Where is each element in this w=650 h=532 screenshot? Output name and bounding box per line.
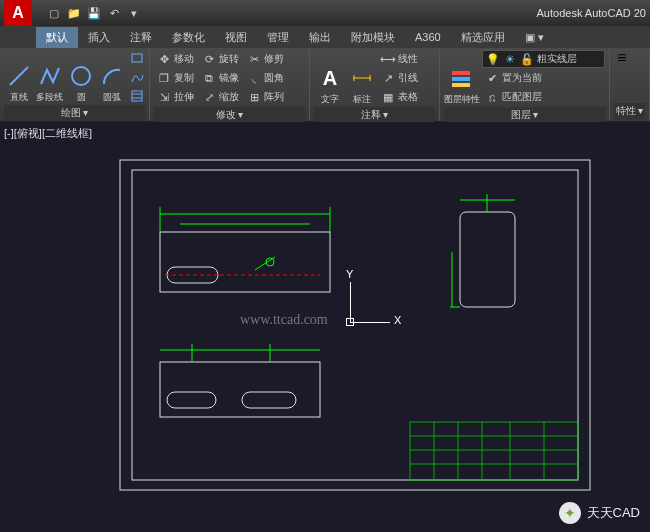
table-button[interactable]: ▦表格 [378,88,421,106]
wechat-label: 天天CAD [587,504,640,522]
panel-annot-title[interactable]: 注释 ▾ [314,107,435,123]
panel-draw: 直线 多段线 圆 圆弧 绘图 ▾ [0,48,150,121]
svg-point-1 [72,67,90,85]
svg-rect-9 [452,71,470,75]
sun-icon: ☀ [503,52,517,66]
polyline-button[interactable]: 多段线 [35,50,64,104]
polyline-icon [36,62,64,90]
lock-icon: 🔓 [520,52,534,66]
trim-icon: ✂ [247,52,261,66]
wechat-badge: ✦ 天天CAD [559,502,640,524]
mirror-icon: ⧉ [202,71,216,85]
scale-button[interactable]: ⤢缩放 [199,88,242,106]
tab-featured[interactable]: 精选应用 [451,27,515,48]
svg-rect-24 [460,212,515,307]
svg-rect-34 [410,422,578,480]
tab-view[interactable]: 视图 [215,27,257,48]
hatch-icon[interactable] [129,88,145,104]
stretch-icon: ⇲ [157,90,171,104]
panel-props: ≡ 特性 ▾ [610,48,650,121]
arc-icon [98,62,126,90]
tab-output[interactable]: 输出 [299,27,341,48]
tab-annotate[interactable]: 注释 [120,27,162,48]
panel-props-title[interactable]: 特性 ▾ [614,103,645,119]
window-title: Autodesk AutoCAD 20 [537,7,646,19]
dim-button[interactable]: 标注 [348,50,376,106]
fillet-button[interactable]: ◟圆角 [244,69,287,87]
qat-save-icon[interactable]: 💾 [86,5,102,21]
arc-button[interactable]: 圆弧 [98,50,127,104]
drawing-viewport[interactable]: [-][俯视][二维线框] [0,122,650,532]
app-logo[interactable]: A [4,0,32,26]
svg-rect-13 [132,170,578,480]
linear-button[interactable]: ⟷线性 [378,50,421,68]
fillet-icon: ◟ [247,71,261,85]
linear-icon: ⟷ [381,52,395,66]
panel-modify: ✥移动 ❐复制 ⇲拉伸 ⟳旋转 ⧉镜像 ⤢缩放 ✂修剪 ◟圆角 ⊞阵列 修改 ▾ [150,48,310,121]
svg-rect-10 [452,77,470,81]
qat-new-icon[interactable]: ▢ [46,5,62,21]
svg-rect-11 [452,83,470,87]
copy-button[interactable]: ❐复制 [154,69,197,87]
circle-icon [67,62,95,90]
tab-a360[interactable]: A360 [405,28,451,46]
ribbon-tabs: 默认 插入 注释 参数化 视图 管理 输出 附加模块 A360 精选应用 ▣ ▾ [0,26,650,48]
panel-modify-title[interactable]: 修改 ▾ [154,107,305,123]
mirror-button[interactable]: ⧉镜像 [199,69,242,87]
rect-icon[interactable] [129,50,145,66]
spline-icon[interactable] [129,69,145,85]
trim-button[interactable]: ✂修剪 [244,50,287,68]
match-layer-button[interactable]: ⎌匹配图层 [482,88,545,106]
layer-dropdown[interactable]: 💡 ☀ 🔓 粗实线层 [482,50,605,68]
array-icon: ⊞ [247,90,261,104]
svg-rect-29 [160,362,320,417]
rotate-button[interactable]: ⟳旋转 [199,50,242,68]
rotate-icon: ⟳ [202,52,216,66]
move-icon: ✥ [157,52,171,66]
panel-annot: A 文字 标注 ⟷线性 ↗引线 ▦表格 注释 ▾ [310,48,440,121]
panel-layer-title[interactable]: 图层 ▾ [444,107,605,123]
wechat-icon: ✦ [559,502,581,524]
dim-icon [348,64,376,92]
qat-undo-icon[interactable]: ↶ [106,5,122,21]
ucs-x-label: X [394,314,401,326]
ribbon: 直线 多段线 圆 圆弧 绘图 ▾ ✥移动 [0,48,650,122]
leader-button[interactable]: ↗引线 [378,69,421,87]
svg-rect-3 [132,91,142,101]
text-icon: A [316,64,344,92]
make-current-icon: ✔ [485,71,499,85]
qat-open-icon[interactable]: 📁 [66,5,82,21]
svg-rect-2 [132,54,142,62]
copy-icon: ❐ [157,71,171,85]
layer-props-icon [448,64,476,92]
tab-extra[interactable]: ▣ ▾ [515,28,554,47]
tab-addins[interactable]: 附加模块 [341,27,405,48]
circle-button[interactable]: 圆 [67,50,96,104]
tab-insert[interactable]: 插入 [78,27,120,48]
tab-manage[interactable]: 管理 [257,27,299,48]
table-icon: ▦ [381,90,395,104]
layer-props-button[interactable]: 图层特性 [444,50,480,106]
scale-icon: ⤢ [202,90,216,104]
quick-access-toolbar: ▢ 📁 💾 ↶ ▾ [46,5,142,21]
line-button[interactable]: 直线 [4,50,33,104]
stretch-button[interactable]: ⇲拉伸 [154,88,197,106]
svg-line-23 [255,257,275,270]
ucs-y-label: Y [346,268,353,280]
tab-default[interactable]: 默认 [36,27,78,48]
move-button[interactable]: ✥移动 [154,50,197,68]
text-button[interactable]: A 文字 [314,50,346,106]
props-icon[interactable]: ≡ [614,50,630,66]
svg-rect-12 [120,160,590,490]
leader-icon: ↗ [381,71,395,85]
svg-line-0 [10,67,28,85]
titlebar: A ▢ 📁 💾 ↶ ▾ Autodesk AutoCAD 20 [0,0,650,26]
array-button[interactable]: ⊞阵列 [244,88,287,106]
line-icon [5,62,33,90]
make-current-button[interactable]: ✔置为当前 [482,69,545,87]
watermark: www.ttcad.com [240,312,328,328]
panel-draw-title[interactable]: 绘图 ▾ [4,105,145,121]
tab-parametric[interactable]: 参数化 [162,27,215,48]
qat-more-icon[interactable]: ▾ [126,5,142,21]
bulb-icon: 💡 [486,52,500,66]
